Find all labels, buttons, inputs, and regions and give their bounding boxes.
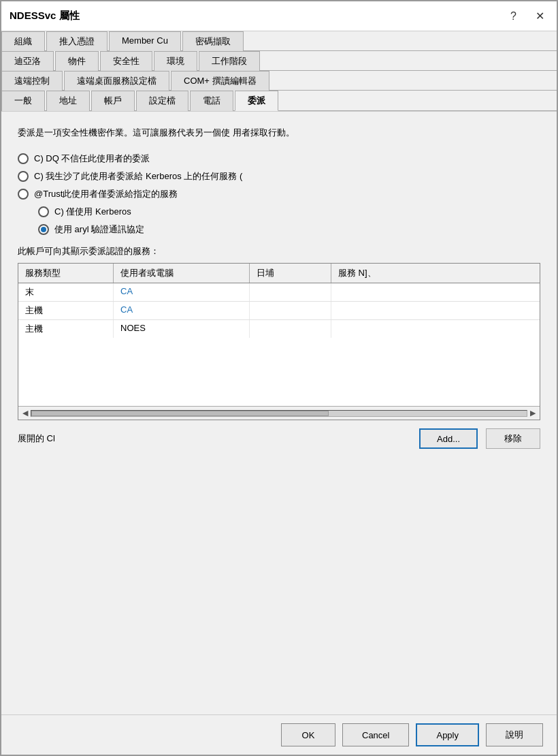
tab-weipai[interactable]: 委派 [235, 91, 278, 111]
option-5[interactable]: 使用 aryl 驗證通訊協定 [38, 223, 540, 236]
option-5-label: 使用 aryl 驗證通訊協定 [54, 223, 144, 236]
tab-anquanxing[interactable]: 安全性 [100, 51, 152, 71]
tab-dizhi[interactable]: 地址 [46, 91, 90, 111]
td-1-1: 末 [18, 283, 114, 301]
footer: OK Cancel Apply 說明 [1, 714, 557, 755]
td-3-4 [331, 320, 540, 338]
radio-2[interactable] [18, 171, 29, 182]
td-2-1: 主機 [18, 302, 114, 319]
tab-shezding[interactable]: 設定檔 [136, 91, 188, 111]
table-row[interactable]: 末 CA [18, 283, 540, 302]
td-2-3 [250, 302, 331, 319]
apply-button[interactable]: Apply [416, 723, 479, 746]
tab-row-2: 迪亞洛 物件 安全性 環境 工作階段 [1, 51, 557, 71]
scroll-left-arrow[interactable]: ◀ [21, 409, 29, 418]
radio-5-dot [41, 227, 46, 232]
title-bar-right: ? ✕ [506, 8, 548, 24]
tab-yuanduankongzhi[interactable]: 遠端控制 [1, 71, 63, 91]
td-3-1: 主機 [18, 320, 114, 338]
tab-yuanduanzhuomian[interactable]: 遠端桌面服務設定檔 [64, 71, 169, 91]
tab-com[interactable]: COM+ 撰讀編輯器 [171, 71, 269, 91]
radio-4[interactable] [38, 206, 49, 217]
tab-huanjing[interactable]: 環境 [154, 51, 197, 71]
horizontal-scrollbar[interactable]: ◀ ▶ [18, 406, 540, 420]
ok-button[interactable]: OK [281, 723, 335, 746]
option-3-label: @Trust此使用者僅委派給指定的服務 [34, 188, 178, 200]
close-title-button[interactable]: ✕ [531, 8, 548, 24]
option-1[interactable]: C) DQ 不信任此使用者的委派 [18, 153, 540, 165]
table-row[interactable]: 主機 CA [18, 302, 540, 320]
tab-row-4: 一般 地址 帳戶 設定檔 電話 委派 [1, 91, 557, 111]
dialog-window: NDESSvc 屬性 ? ✕ 組織 推入憑證 Member Cu 密碼擷取 迪亞… [0, 0, 558, 756]
table-label: 此帳戶可向其顯示委派認證的服務： [18, 245, 540, 257]
dialog-title: NDESSvc 屬性 [10, 10, 80, 22]
td-2-4 [331, 302, 540, 319]
tab-tuiruzhenzheng[interactable]: 推入憑證 [46, 31, 108, 51]
title-bar: NDESSvc 屬性 ? ✕ [1, 1, 557, 31]
remove-button[interactable]: 移除 [486, 428, 540, 449]
description-text: 委派是一項安全性機密作業。這可讓服務代表另一個使 用者採取行動。 [18, 125, 540, 140]
scroll-track[interactable] [31, 410, 527, 417]
cancel-button[interactable]: Cancel [342, 723, 409, 746]
table-body: 末 CA 主機 CA 主機 NOES [18, 283, 540, 406]
option-4-label: C) 僅使用 Kerberos [54, 206, 131, 218]
title-bar-left: NDESSvc 屬性 [10, 10, 80, 22]
tab-mimaqu[interactable]: 密碼擷取 [182, 31, 244, 51]
tab-membercu[interactable]: Member Cu [109, 31, 181, 51]
tab-row-3: 遠端控制 遠端桌面服務設定檔 COM+ 撰讀編輯器 [1, 71, 557, 91]
help-button[interactable]: 說明 [486, 723, 543, 746]
scroll-thumb[interactable] [31, 411, 329, 416]
btn-row-expand: Add... 移除 [419, 428, 540, 449]
td-1-4 [331, 283, 540, 301]
expand-row: 展開的 Cl Add... 移除 [18, 428, 540, 449]
expand-label: 展開的 Cl [18, 432, 55, 445]
radio-3[interactable] [18, 189, 29, 200]
td-3-3 [250, 320, 331, 338]
tab-diyaluo[interactable]: 迪亞洛 [1, 51, 54, 71]
radio-1[interactable] [18, 153, 29, 164]
tab-dianhua[interactable]: 電話 [190, 91, 233, 111]
option-4[interactable]: C) 僅使用 Kerberos [38, 206, 540, 218]
option-2-label: C) 我生沙了此使用者委派給 Kerberos 上的任何服務 ( [34, 170, 242, 183]
tab-zhanghu[interactable]: 帳戶 [91, 91, 135, 111]
th-service-n: 服務 N]、 [331, 264, 540, 283]
td-2-2: CA [114, 302, 250, 319]
tab-row-1: 組織 推入憑證 Member Cu 密碼擷取 [1, 31, 557, 51]
tab-gongzuojieiduan[interactable]: 工作階段 [199, 51, 260, 71]
tab-zuzhi[interactable]: 組織 [1, 31, 45, 51]
add-button[interactable]: Add... [419, 428, 478, 449]
tabs-container: 組織 推入憑證 Member Cu 密碼擷取 迪亞洛 物件 安全性 環境 工作階… [1, 31, 557, 112]
help-title-button[interactable]: ? [506, 9, 521, 24]
main-content: 委派是一項安全性機密作業。這可讓服務代表另一個使 用者採取行動。 C) DQ 不… [1, 112, 557, 714]
scroll-right-arrow[interactable]: ▶ [529, 409, 537, 418]
tab-wujian[interactable]: 物件 [55, 51, 99, 71]
td-3-2: NOES [114, 320, 250, 338]
tab-yiban[interactable]: 一般 [1, 91, 45, 111]
th-user-computer: 使用者或電腦 [114, 264, 250, 283]
option-1-label: C) DQ 不信任此使用者的委派 [34, 153, 150, 165]
services-table: 服務類型 使用者或電腦 日埔 服務 N]、 末 CA 主機 CA [18, 263, 540, 420]
td-1-3 [250, 283, 331, 301]
th-ribu: 日埔 [250, 264, 331, 283]
td-1-2: CA [114, 283, 250, 301]
table-header: 服務類型 使用者或電腦 日埔 服務 N]、 [18, 264, 540, 283]
th-service-type: 服務類型 [18, 264, 114, 283]
option-2[interactable]: C) 我生沙了此使用者委派給 Kerberos 上的任何服務 ( [18, 170, 540, 183]
option-3[interactable]: @Trust此使用者僅委派給指定的服務 [18, 188, 540, 200]
table-row[interactable]: 主機 NOES [18, 320, 540, 338]
radio-5[interactable] [38, 224, 49, 235]
